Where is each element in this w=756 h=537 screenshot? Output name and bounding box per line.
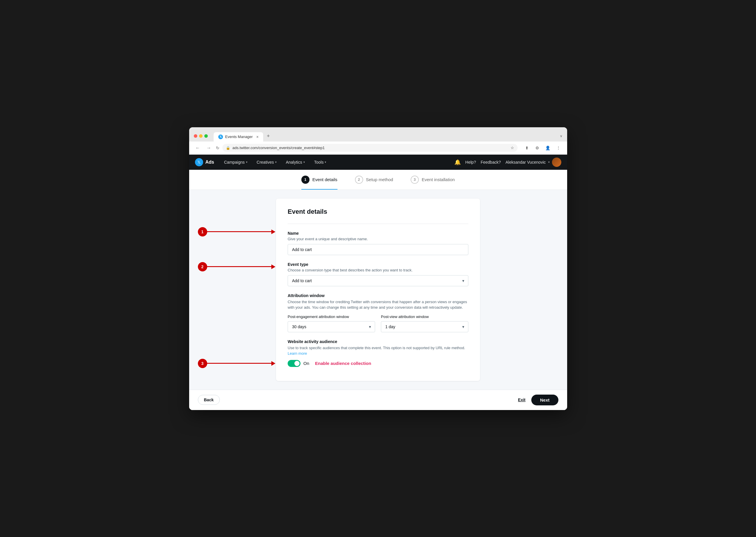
collapse-button[interactable]: ∨ (560, 134, 562, 138)
tools-chevron: ▾ (325, 160, 326, 164)
attribution-section: Attribution window Choose the time windo… (288, 293, 468, 332)
share-icon[interactable]: ⬆ (523, 144, 531, 152)
menu-icon[interactable]: ⋮ (554, 144, 562, 152)
exit-button[interactable]: Exit (518, 397, 525, 402)
maximize-dot[interactable] (204, 134, 208, 138)
audience-toggle[interactable] (288, 360, 300, 367)
extension-icon[interactable]: ⚙ (533, 144, 542, 152)
post-view-group: Post-view attribution window 1 day ▾ (381, 314, 468, 332)
refresh-button[interactable]: ↻ (216, 145, 219, 150)
step-1[interactable]: 1 Event details (301, 176, 337, 184)
step-3-label: Event installation (422, 177, 455, 182)
steps-header: 1 Event details 2 Setup method 3 Event i… (189, 170, 567, 190)
nav-creatives[interactable]: Creatives ▾ (253, 155, 281, 170)
name-desc: Give your event a unique and descriptive… (288, 237, 468, 241)
form-title: Event details (288, 208, 468, 216)
next-button[interactable]: Next (531, 394, 558, 405)
step-3-number: 3 (411, 176, 419, 184)
post-engagement-select[interactable]: 30 days (288, 321, 375, 332)
event-type-select[interactable]: Add to cart (288, 275, 468, 286)
toolbar-icons: ⬆ ⚙ 👤 ⋮ (523, 144, 562, 152)
enable-audience-annotation: Enable audience collection (315, 361, 371, 366)
help-link[interactable]: Help? (466, 160, 476, 165)
tab-title: Events Manager (225, 135, 253, 139)
event-type-label: Event type (288, 262, 468, 267)
annotation-1-group: 1 (198, 227, 275, 236)
profile-icon[interactable]: 👤 (544, 144, 552, 152)
browser-tabs: 𝕏 Events Manager × + (214, 131, 556, 142)
user-chevron: ▾ (548, 160, 550, 164)
brand-logo: 𝕏 Ads (195, 158, 214, 166)
post-view-select[interactable]: 1 day (381, 321, 468, 332)
brand-text: Ads (205, 160, 214, 165)
feedback-link[interactable]: Feedback? (481, 160, 501, 165)
avatar-image (552, 157, 561, 167)
footer-right: Exit Next (518, 394, 558, 405)
post-view-label: Post-view attribution window (381, 314, 468, 319)
audience-section: Website activity audience Use to track s… (288, 339, 468, 367)
url-text: ads.twitter.com/conversion_events/create… (233, 145, 508, 150)
event-type-select-wrapper: Add to cart ▾ (288, 275, 468, 286)
annotation-badge-1: 1 (198, 227, 207, 236)
campaigns-chevron: ▾ (246, 160, 247, 164)
arrow-head-1 (271, 229, 275, 234)
back-button[interactable]: ← (194, 144, 202, 152)
analytics-chevron: ▾ (303, 160, 305, 164)
step-1-label: Event details (312, 177, 337, 182)
notification-bell[interactable]: 🔔 (454, 159, 461, 165)
event-type-field-group: Event type Choose a conversion type that… (288, 262, 468, 286)
form-card: Event details Name Give your event a uni… (276, 199, 480, 381)
address-bar[interactable]: 🔒 ads.twitter.com/conversion_events/crea… (222, 144, 517, 152)
step-1-number: 1 (301, 176, 309, 184)
lock-icon: 🔒 (226, 146, 230, 150)
bookmark-icon[interactable]: ☆ (511, 145, 514, 150)
arrow-line-3 (207, 363, 271, 364)
form-divider (288, 224, 468, 224)
user-menu[interactable]: Aleksandar Vucenovic ▾ (505, 157, 561, 167)
toggle-knob (294, 361, 300, 366)
twitter-icon: 𝕏 (195, 158, 203, 166)
arrow-head-2 (271, 265, 275, 269)
active-tab[interactable]: 𝕏 Events Manager × (214, 132, 263, 142)
learn-more-link[interactable]: Learn more (288, 351, 307, 355)
annotation-badge-3: 3 (198, 359, 207, 368)
creatives-chevron: ▾ (275, 160, 277, 164)
name-field-group: Name Give your event a unique and descri… (288, 231, 468, 255)
post-engagement-select-wrapper: 30 days ▾ (288, 321, 375, 332)
nav-analytics[interactable]: Analytics ▾ (282, 155, 309, 170)
nav-right: 🔔 Help? Feedback? Aleksandar Vucenovic ▾ (454, 157, 561, 167)
annotation-arrow-3 (207, 361, 275, 366)
audience-title: Website activity audience (288, 339, 468, 344)
attribution-desc: Choose the time window for crediting Twi… (288, 299, 468, 310)
step-2[interactable]: 2 Setup method (355, 176, 393, 184)
post-view-select-wrapper: 1 day ▾ (381, 321, 468, 332)
browser-dots (194, 134, 208, 138)
close-dot[interactable] (194, 134, 197, 138)
step-3[interactable]: 3 Event installation (411, 176, 455, 184)
nav-campaigns[interactable]: Campaigns ▾ (220, 155, 251, 170)
back-button[interactable]: Back (198, 395, 220, 405)
forward-button[interactable]: → (205, 144, 213, 152)
arrow-line-1 (207, 231, 271, 232)
event-type-desc: Choose a conversion type that best descr… (288, 268, 468, 272)
minimize-dot[interactable] (199, 134, 202, 138)
tab-close-button[interactable]: × (256, 135, 258, 139)
new-tab-button[interactable]: + (263, 131, 273, 142)
name-input[interactable] (288, 244, 468, 255)
audience-desc: Use to track specific audiences that com… (288, 345, 468, 356)
step-2-number: 2 (355, 176, 363, 184)
annotation-arrow-1 (207, 229, 275, 234)
audience-desc-text: Use to track specific audiences that com… (288, 346, 465, 350)
tab-favicon: 𝕏 (218, 135, 223, 139)
annotation-arrow-2 (207, 265, 275, 269)
user-name: Aleksandar Vucenovic (505, 160, 546, 165)
toggle-label: On (303, 361, 309, 366)
annotation-2-group: 2 (198, 262, 275, 271)
app-navbar: 𝕏 Ads Campaigns ▾ Creatives ▾ Analytics … (189, 155, 567, 170)
browser-window: 𝕏 Events Manager × + ∨ ← → ↻ 🔒 ads.twitt… (189, 127, 567, 410)
attribution-windows: Post-engagement attribution window 30 da… (288, 314, 468, 332)
page-body: Event details Name Give your event a uni… (189, 190, 567, 390)
nav-tools[interactable]: Tools ▾ (310, 155, 331, 170)
name-label: Name (288, 231, 468, 235)
main-content: 1 Event details 2 Setup method 3 Event i… (189, 170, 567, 410)
